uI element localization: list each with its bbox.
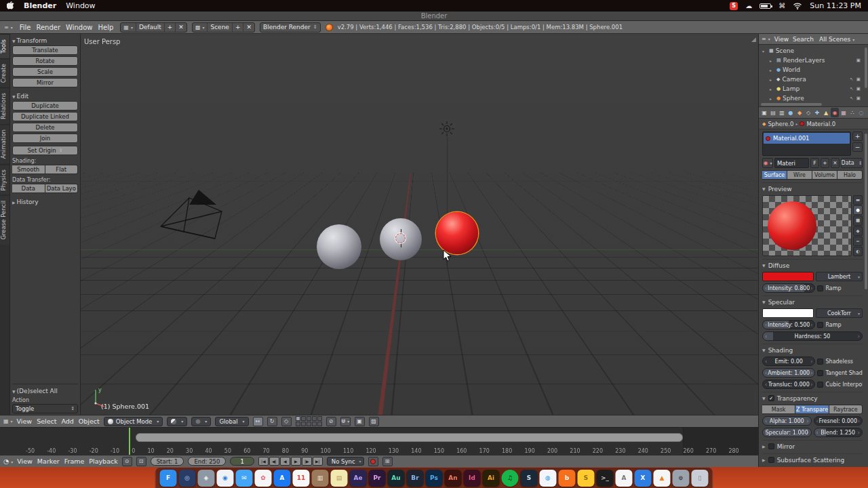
outliner-item-scene[interactable]: ▾ ▦ Scene: [760, 46, 867, 56]
timeline[interactable]: -50-40-30-20-100102030405060708090100110…: [0, 427, 758, 455]
outliner-vscrollbar[interactable]: [865, 47, 867, 88]
preview-monkey-icon[interactable]: ◆: [853, 226, 863, 236]
add-user-button[interactable]: +: [821, 158, 829, 168]
emit-field[interactable]: Emit: 0.00: [762, 357, 815, 366]
dock-icon-premiere[interactable]: Pr: [369, 470, 386, 487]
dock-icon-photoshop[interactable]: Ps: [426, 470, 443, 487]
menu-render[interactable]: Render: [34, 24, 62, 31]
material-name-input[interactable]: [774, 158, 809, 168]
scene-selector[interactable]: ▩ Scene + ✕: [192, 22, 255, 33]
current-frame-field[interactable]: 1: [230, 457, 254, 466]
specular-ramp-checkbox[interactable]: Ramp: [817, 320, 863, 329]
data-layout-button[interactable]: Data Layo: [45, 184, 79, 193]
menu-help[interactable]: Help: [96, 24, 116, 31]
preview-cube-icon[interactable]: ■: [853, 216, 863, 225]
dock-icon-system-preferences[interactable]: ⊚: [673, 470, 690, 487]
menu-window[interactable]: Window: [64, 24, 94, 31]
dock-icon-safari[interactable]: ◉: [217, 470, 234, 487]
engine-name[interactable]: Blender Render: [260, 23, 320, 32]
record-button[interactable]: [368, 457, 378, 466]
restriction-toggles[interactable]: ↖ ▣: [850, 96, 861, 101]
sphere-object-1[interactable]: [317, 224, 361, 269]
dock-icon-animate[interactable]: An: [445, 470, 462, 487]
props-tab-particles[interactable]: ∴: [848, 108, 856, 117]
preview-sphere-icon[interactable]: ●: [853, 205, 863, 215]
outliner-search-menu[interactable]: Search: [793, 36, 814, 43]
transparency-ztransparency-button[interactable]: Z Transpare: [795, 405, 829, 414]
jump-to-end-button[interactable]: ▶|: [313, 457, 323, 466]
diffuse-panel-header[interactable]: Diffuse: [762, 261, 863, 270]
restriction-toggles[interactable]: ↖ ▣: [850, 86, 861, 92]
dock-icon-steam[interactable]: S: [521, 470, 538, 487]
props-tab-render-layers[interactable]: ▤: [769, 108, 777, 117]
shelf-tab-animation[interactable]: Animation: [0, 124, 9, 163]
window-titlebar[interactable]: Blender: [0, 12, 868, 21]
preview-panel-header[interactable]: Preview: [762, 184, 863, 193]
layout-browse-icon[interactable]: ▦: [121, 23, 136, 32]
editor-type-3dview-icon[interactable]: ▦: [3, 418, 13, 424]
material-type-volume[interactable]: Volume: [812, 170, 837, 180]
timeline-scrollbar[interactable]: [136, 433, 683, 442]
viewport-menu-object[interactable]: Object: [79, 418, 100, 425]
timeline-menu-marker[interactable]: Marker: [37, 458, 60, 465]
outliner-view-menu[interactable]: View: [774, 36, 789, 43]
shading-panel-header[interactable]: Shading: [762, 346, 863, 354]
diffuse-ramp-checkbox[interactable]: Ramp: [817, 283, 863, 293]
dock-icon-blender[interactable]: b: [559, 470, 576, 487]
viewport-menu-add[interactable]: Add: [61, 418, 73, 425]
edit-panel-header[interactable]: Edit: [12, 93, 78, 100]
shadeless-checkbox[interactable]: Shadeless: [817, 357, 863, 366]
expand-icon[interactable]: ▸: [770, 96, 774, 101]
menubar-app-name[interactable]: Blender: [24, 1, 56, 10]
dock-icon-bridge[interactable]: Br: [407, 470, 424, 487]
props-tab-object[interactable]: ◆: [795, 108, 804, 117]
props-tab-texture[interactable]: ▦: [840, 108, 848, 117]
scene-add-button[interactable]: +: [232, 23, 243, 32]
breadcrumb-material[interactable]: Material.0: [806, 121, 835, 127]
lock-to-scene-toggle[interactable]: ⊘: [326, 417, 336, 426]
data-button[interactable]: Data: [12, 184, 45, 193]
fake-user-button[interactable]: F: [810, 158, 819, 168]
props-tab-object-data[interactable]: ▲: [822, 108, 830, 117]
material-slot-list[interactable]: Material.001: [762, 131, 851, 156]
dock-icon-after-effects[interactable]: Ae: [350, 470, 367, 487]
outliner-item-renderlayers[interactable]: ▸ ▤ RenderLayers ▣: [760, 56, 867, 65]
play-reverse-button[interactable]: ◀: [280, 457, 290, 466]
props-tab-render[interactable]: ▣: [760, 108, 768, 117]
material-type-halo[interactable]: Halo: [837, 170, 863, 180]
sync-mode-dropdown[interactable]: No Sync: [327, 457, 364, 466]
specular-color-swatch[interactable]: [762, 308, 814, 318]
datablock-link-dropdown[interactable]: Data: [841, 158, 863, 168]
action-dropdown[interactable]: Toggle: [12, 404, 78, 413]
tangent-shading-checkbox[interactable]: Tangent Shad: [817, 368, 863, 378]
mode-dropdown[interactable]: Object Mode: [104, 417, 163, 426]
props-tab-modifiers[interactable]: ✚: [813, 108, 821, 117]
jump-to-start-button[interactable]: |◀: [258, 457, 269, 466]
dock-icon-indesign[interactable]: Id: [464, 470, 481, 487]
translucency-field[interactable]: Transluc: 0.000: [762, 380, 815, 389]
sphere-object-selected[interactable]: [436, 212, 478, 254]
breadcrumb-object[interactable]: Sphere.0: [768, 121, 793, 127]
restriction-toggles[interactable]: ↖ ▣: [850, 77, 861, 82]
smooth-button[interactable]: Smooth: [12, 165, 45, 174]
set-origin-dropdown[interactable]: Set Origin: [12, 146, 78, 155]
sss-panel-header[interactable]: Subsurface Scattering: [762, 455, 863, 464]
viewport-menu-select[interactable]: Select: [37, 418, 56, 425]
expand-icon[interactable]: ▸: [770, 87, 774, 92]
duplicate-linked-button[interactable]: Duplicate Linked: [12, 112, 78, 121]
editor-type-outliner-icon[interactable]: ≡: [762, 36, 770, 42]
layers-widget[interactable]: [296, 416, 322, 426]
camera-object[interactable]: [155, 184, 247, 249]
transparency-panel-header[interactable]: ✓ Transparency: [762, 394, 863, 403]
mirror-panel-header[interactable]: Mirror: [762, 442, 863, 451]
expand-icon[interactable]: ▾: [762, 49, 767, 54]
icloud-menu-icon[interactable]: ☁: [745, 2, 752, 9]
dock-icon-siri[interactable]: ◎: [179, 470, 196, 487]
translate-button[interactable]: Translate: [12, 45, 78, 55]
dock-icon-photos[interactable]: ✿: [255, 470, 272, 487]
alpha-slider[interactable]: Alpha: 1.000: [762, 416, 812, 426]
scale-button[interactable]: Scale: [12, 67, 78, 77]
menu-file[interactable]: File: [18, 24, 33, 31]
outliner-item-lamp[interactable]: ▸ ● Lamp ↖ ▣: [760, 84, 867, 94]
fresnel-slider[interactable]: Fresnel: 0.000: [814, 416, 863, 426]
